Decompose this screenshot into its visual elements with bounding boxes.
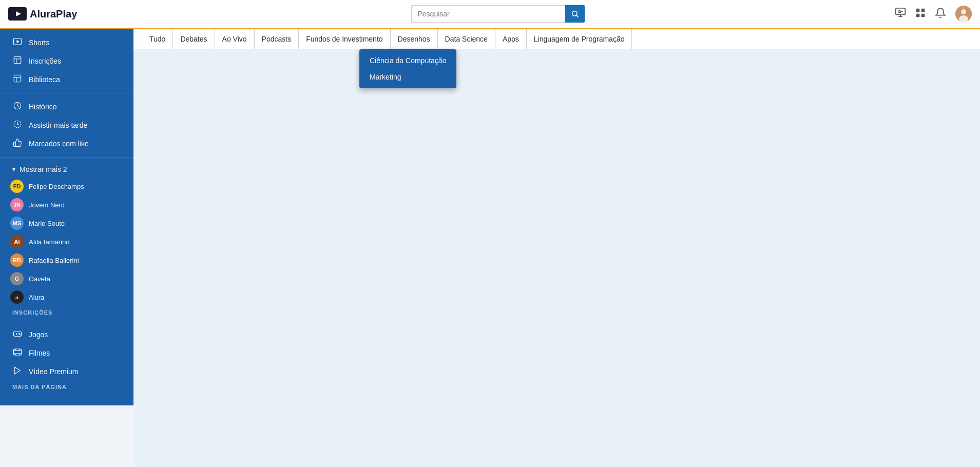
upload-icon[interactable] bbox=[895, 7, 906, 21]
more-page-header: MAIS DA PÁGINA bbox=[0, 381, 133, 391]
sidebar-item-video-premium[interactable]: Vídeo Premium bbox=[0, 362, 133, 381]
nav-item-ao-vivo[interactable]: Ao Vivo bbox=[215, 29, 255, 49]
nav-item-podcasts[interactable]: Podcasts bbox=[255, 29, 299, 49]
channel-name-mario: Mario Souto bbox=[29, 220, 65, 227]
show-more-label: Mostrar mais 2 bbox=[20, 165, 67, 173]
search-input[interactable] bbox=[411, 5, 565, 23]
section-library: Shorts Inscrições Biblioteca bbox=[0, 29, 133, 93]
historico-label: Histórico bbox=[29, 103, 56, 111]
filmes-icon bbox=[12, 347, 23, 359]
svg-rect-30 bbox=[14, 349, 22, 355]
svg-point-28 bbox=[18, 333, 20, 334]
nav-item-desenhos[interactable]: Desenhos bbox=[391, 29, 438, 49]
inscricoes-label: Inscrições bbox=[29, 57, 61, 65]
jogos-label: Jogos bbox=[29, 330, 48, 339]
channel-avatar-atila: AI bbox=[10, 235, 24, 248]
search-area bbox=[101, 5, 895, 23]
svg-point-13 bbox=[961, 9, 966, 14]
sidebar-item-filmes[interactable]: Filmes bbox=[0, 344, 133, 362]
nav-item-data-science[interactable]: Data Science bbox=[438, 29, 495, 49]
channel-name-alura: Alura bbox=[29, 294, 44, 301]
channel-mario[interactable]: MS Mario Souto bbox=[0, 214, 133, 232]
channel-avatar-alura: a bbox=[10, 290, 24, 304]
shorts-icon bbox=[12, 37, 23, 48]
svg-rect-20 bbox=[14, 75, 21, 82]
svg-marker-5 bbox=[899, 10, 902, 13]
apps-icon[interactable] bbox=[915, 8, 926, 21]
svg-marker-16 bbox=[17, 40, 20, 43]
sidebar-item-marcados-like[interactable]: Marcados com like bbox=[0, 134, 133, 153]
nav-item-linguagem[interactable]: Linguagem de Programação bbox=[527, 29, 632, 49]
nav-item-apps[interactable]: Apps bbox=[495, 29, 527, 49]
section-history: Histórico Assistir mais tarde Marcados c… bbox=[0, 93, 133, 157]
nav-item-fundos[interactable]: Fundos de Investimento bbox=[299, 29, 390, 49]
sidebar-item-assistir-tarde[interactable]: Assistir mais tarde bbox=[0, 116, 133, 134]
main-content bbox=[133, 49, 980, 467]
sidebar-item-biblioteca[interactable]: Biblioteca bbox=[0, 70, 133, 89]
channel-atila[interactable]: AI Atila Iamarino bbox=[0, 232, 133, 251]
notifications-icon[interactable] bbox=[935, 7, 946, 21]
channel-avatar-rafaella: RB bbox=[10, 254, 24, 267]
svg-point-2 bbox=[572, 11, 577, 16]
nav-bar: Tudo Debates Ao Vivo Podcasts Fundos de … bbox=[0, 29, 980, 49]
filmes-label: Filmes bbox=[29, 349, 50, 357]
premium-icon bbox=[12, 366, 23, 377]
marcados-like-label: Marcados com like bbox=[29, 140, 89, 148]
svg-rect-10 bbox=[916, 13, 920, 17]
sidebar-item-jogos[interactable]: Jogos bbox=[0, 325, 133, 344]
biblioteca-icon bbox=[12, 74, 23, 85]
category-marketing[interactable]: Marketing bbox=[359, 69, 456, 85]
channel-felipe[interactable]: FD Felipe Deschamps bbox=[0, 177, 133, 196]
channel-name-rafaella: Rafaella Ballerini bbox=[29, 257, 79, 264]
historico-icon bbox=[12, 101, 23, 112]
channel-jovem-nerd[interactable]: JN Jovem Nerd bbox=[0, 196, 133, 214]
section-more: Jogos Filmes Víd bbox=[0, 321, 133, 395]
channel-avatar-gaveta: G bbox=[10, 272, 24, 285]
search-button[interactable] bbox=[565, 5, 585, 23]
svg-rect-9 bbox=[921, 8, 925, 12]
channel-alura[interactable]: a Alura bbox=[0, 288, 133, 306]
nav-item-debates[interactable]: Debates bbox=[173, 29, 215, 49]
sidebar-item-inscricoes[interactable]: Inscrições bbox=[0, 52, 133, 70]
channel-avatar-jovem-nerd: JN bbox=[10, 198, 24, 211]
subscriptions-header: INSCRIÇÕES bbox=[0, 306, 133, 317]
svg-rect-17 bbox=[14, 56, 21, 64]
sidebar-item-shorts[interactable]: Shorts bbox=[0, 33, 133, 52]
logo-area: AluraPlay bbox=[8, 7, 101, 21]
svg-marker-37 bbox=[15, 367, 21, 374]
header: AluraPlay bbox=[0, 0, 980, 29]
shorts-label: Shorts bbox=[29, 38, 49, 47]
channel-rafaella[interactable]: RB Rafaella Ballerini bbox=[0, 251, 133, 269]
assistir-tarde-label: Assistir mais tarde bbox=[29, 121, 87, 129]
category-ciencia[interactable]: Ciência da Computação bbox=[359, 52, 456, 69]
chevron-down-icon: ▾ bbox=[12, 166, 15, 173]
header-icons bbox=[895, 6, 972, 22]
inscricoes-icon bbox=[12, 55, 23, 67]
logo-icon bbox=[8, 7, 27, 21]
games-icon bbox=[12, 329, 23, 340]
biblioteca-label: Biblioteca bbox=[29, 75, 60, 84]
like-icon bbox=[12, 138, 23, 149]
show-more-button[interactable]: ▾ Mostrar mais 2 bbox=[0, 162, 133, 177]
svg-point-29 bbox=[20, 334, 21, 335]
watch-later-icon bbox=[12, 120, 23, 131]
channel-gaveta[interactable]: G Gaveta bbox=[0, 269, 133, 288]
sidebar-item-historico[interactable]: Histórico bbox=[0, 98, 133, 116]
category-dropdown: Ciência da Computação Marketing bbox=[359, 49, 456, 88]
svg-line-3 bbox=[577, 15, 579, 17]
channel-name-atila: Atila Iamarino bbox=[29, 238, 69, 246]
channel-name-jovem-nerd: Jovem Nerd bbox=[29, 201, 65, 209]
channel-avatar-mario: MS bbox=[10, 217, 24, 230]
svg-rect-8 bbox=[916, 8, 920, 12]
channel-name-felipe: Felipe Deschamps bbox=[29, 183, 84, 190]
video-premium-label: Vídeo Premium bbox=[29, 367, 78, 376]
nav-item-tudo[interactable]: Tudo bbox=[142, 29, 173, 49]
section-channels: ▾ Mostrar mais 2 FD Felipe Deschamps JN … bbox=[0, 157, 133, 321]
sidebar-dropdown: Shorts Inscrições Biblioteca bbox=[0, 29, 133, 405]
channel-name-gaveta: Gaveta bbox=[29, 275, 50, 283]
channel-avatar-felipe: FD bbox=[10, 180, 24, 193]
logo-text: AluraPlay bbox=[30, 8, 77, 20]
svg-rect-11 bbox=[921, 13, 925, 17]
user-avatar[interactable] bbox=[955, 6, 972, 22]
